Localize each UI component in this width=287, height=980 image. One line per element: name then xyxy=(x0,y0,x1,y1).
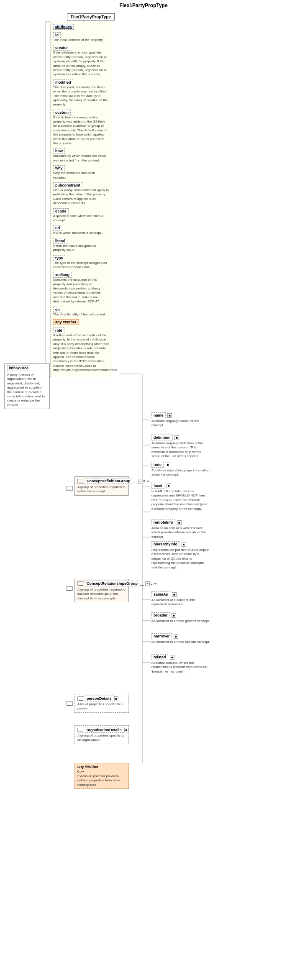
attr-type-desc: The type of the concept assigned as cont… xyxy=(53,261,109,270)
element-narrower-desc: An identifier of a more specific concept… xyxy=(151,640,210,644)
element-broader-desc: An identifier of a more generic concept. xyxy=(151,619,210,623)
element-note-desc: Additional natural language information … xyxy=(151,468,210,477)
element-hierarchyinfo-block: hierarchyInfo ■ Represents the position … xyxy=(151,541,210,570)
attr-how: how Indicates by which means the value w… xyxy=(53,148,109,163)
person-details-box: ⎯⎯ personDetails ■ A list of properties … xyxy=(74,694,129,713)
element-facet-desc: In NAR 1.8 and later, facet is deprecate… xyxy=(151,489,210,511)
attr-uri-desc: A URI which identifies a concept. xyxy=(53,231,109,235)
attr-id: id The local identifier of the property. xyxy=(53,32,109,42)
cdg-mult1: ⎯⎯ xyxy=(133,479,137,483)
attr-any-other-name: any ##other xyxy=(53,319,79,325)
attr-dir-name: dir xyxy=(53,307,62,312)
attr-literal: literal A free-text value assigned as pr… xyxy=(53,238,109,253)
any-other-bottom-box: any ##other 0..∞ Extension point for pro… xyxy=(74,763,129,789)
attr-pubconstraint-name: pubconstraint xyxy=(53,182,82,188)
element-broader-label: broader xyxy=(151,612,170,618)
attr-modified-name: modified xyxy=(53,79,73,85)
attr-role-desc: A refinement of the semantics of the pro… xyxy=(53,333,109,373)
attr-creator: creator If the attribute is empty, speci… xyxy=(53,45,109,77)
attr-uri: uri A URI which identifies a concept. xyxy=(53,225,109,235)
element-hierarchyinfo-desc: Represents the position of a concept in … xyxy=(151,548,210,570)
attr-uri-name: uri xyxy=(53,225,62,231)
attr-type: type The type of the concept assigned as… xyxy=(53,255,109,270)
note-icon: ■ xyxy=(166,463,170,467)
attr-xmllang: xmllang Specifies the language of this p… xyxy=(53,272,109,304)
attr-qcode: qcode A qualified code which identifies … xyxy=(53,208,109,223)
element-sameas-desc: An identifier of a concept with equivale… xyxy=(151,598,210,607)
element-facet-label: facet xyxy=(151,483,164,489)
attr-creator-desc: If the attribute is empty, specifies whi… xyxy=(53,51,109,77)
attr-modified: modified The date (and, optionally, the … xyxy=(53,79,109,107)
element-definition-block: definition ■ A natural language definiti… xyxy=(151,435,210,459)
element-facet-block: facet ■ In NAR 1.8 and later, facet is d… xyxy=(151,483,210,511)
element-note-label: note xyxy=(151,462,164,468)
element-broader-block: broader ■ An identifier of a more generi… xyxy=(151,612,210,623)
attr-id-name: id xyxy=(53,32,61,38)
remoteinfo-icon: ■ xyxy=(177,520,182,525)
concept-relationships-group-box: ⎯⎯ ConceptRelationshipsGroup ⎯⎯ + 0..∞ A… xyxy=(74,579,129,602)
attr-why-desc: Why the metadata has been included. xyxy=(53,171,109,180)
element-remoteinfo-label: remoteInfo xyxy=(151,519,175,525)
attr-pubconstraint-desc: One or many constraints that apply to pu… xyxy=(53,188,109,206)
od-desc: A group of properties specific to an org… xyxy=(77,734,126,742)
facet-icon: ■ xyxy=(167,484,171,488)
attr-how-desc: Indicates by which means the value was e… xyxy=(53,154,109,163)
attr-custom-name: custom xyxy=(53,110,71,115)
attr-type-name: type xyxy=(53,255,65,261)
crg-label: ConceptRelationshipsGroup xyxy=(85,581,139,586)
name-icon: ■ xyxy=(167,413,172,418)
cdg-range: 0..∞ xyxy=(143,479,149,483)
attr-custom: custom If set to true the corresponding … xyxy=(53,110,109,146)
cdg-desc: A group of properties required to define… xyxy=(77,485,126,494)
element-remoteinfo-block: remoteInfo ■ A link to an item or a web … xyxy=(151,519,210,539)
element-definition-label: definition xyxy=(151,435,173,440)
element-narrower-label: narrower xyxy=(151,633,172,639)
related-icon: ■ xyxy=(170,655,174,660)
cdg-label: ConceptDefinitionGroup xyxy=(85,478,132,484)
crg-range: 0..∞ xyxy=(151,582,157,586)
attr-dir: dir The directionality of textual conten… xyxy=(53,307,109,317)
connector-lines xyxy=(0,10,287,980)
element-name-desc: A natural language name for the concept. xyxy=(151,419,210,428)
concept-definition-group-box: ⎯⎯ ConceptDefinitionGroup ⎯⎯ + 0..∞ A gr… xyxy=(74,476,129,496)
element-narrower-block: narrower ■ An identifier of a more speci… xyxy=(151,633,210,644)
element-hierarchyinfo-label: hierarchyInfo xyxy=(151,541,179,547)
organisation-details-box: ⎯⎯ organisationDetails ■ A group of prop… xyxy=(74,725,129,744)
infoSource-box: infoSource A party (person or organisati… xyxy=(4,363,50,409)
pd-desc: A list of properties specific to a perso… xyxy=(77,702,126,711)
element-name-block: name ■ A natural language name for the c… xyxy=(151,412,210,428)
attr-creator-name: creator xyxy=(53,45,70,51)
element-name-label: name xyxy=(151,412,166,418)
infoSource-desc: A party (person or organisation) which o… xyxy=(7,373,47,407)
attributes-section: attributes id The local identifier of th… xyxy=(50,22,112,377)
element-sameas-block: sameAs ■ An identifier of a concept with… xyxy=(151,591,210,607)
pd-icon: ■ xyxy=(114,696,119,701)
attr-modified-desc: The date (and, optionally, the time) whe… xyxy=(53,85,109,107)
attr-qcode-name: qcode xyxy=(53,208,69,214)
element-related-label: related xyxy=(151,654,168,660)
element-sameas-label: sameAs xyxy=(151,591,170,597)
element-related-block: related ■ A related concept, where the r… xyxy=(151,654,210,674)
main-type-box: Flex1PartyPropType xyxy=(67,13,115,20)
attr-role: role A refinement of the semantics of th… xyxy=(53,328,109,373)
pd-connector: ⎯⎯ xyxy=(77,696,84,701)
attr-why-name: why xyxy=(53,165,65,171)
attributes-label: attributes xyxy=(53,24,74,30)
page-title: Flex1PartyPropType xyxy=(0,0,287,10)
od-label: organisationDetails xyxy=(85,727,123,733)
attr-literal-desc: A free-text value assigned as property v… xyxy=(53,244,109,253)
narrower-icon: ■ xyxy=(174,634,178,639)
attr-dir-desc: The directionality of textual content. xyxy=(53,312,109,317)
attr-why: why Why the metadata has been included. xyxy=(53,165,109,180)
cdg-bracket-symbol: ⎯⎯ xyxy=(66,486,73,491)
pd-bracket-symbol: ⎯⎯ xyxy=(66,701,73,706)
broader-icon: ■ xyxy=(172,613,176,618)
cdg-mult2: + xyxy=(138,479,143,484)
attr-role-name: role xyxy=(53,328,64,333)
attr-xmllang-name: xmllang xyxy=(53,272,72,278)
crg-mult2: + xyxy=(145,581,150,586)
any-other-bottom-desc: Extension point for provider-defined pro… xyxy=(77,774,126,787)
pd-label: personDetails xyxy=(85,696,113,701)
element-related-desc: A related concept, where the relationshi… xyxy=(151,661,210,674)
attr-xmllang-desc: Specifies the language of this property … xyxy=(53,278,109,304)
